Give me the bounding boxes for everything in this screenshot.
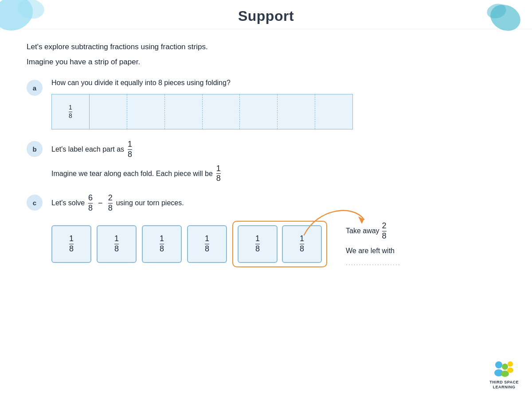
tsl-logo-text-line1: THIRD SPACE (489, 380, 519, 385)
arrow-svg (300, 200, 371, 239)
page-header: Support (0, 0, 532, 29)
strip-cell-3 (127, 94, 165, 129)
part-b-text2: Imagine we tear along each fold. Each pi… (51, 164, 505, 184)
strip-cell-4 (165, 94, 203, 129)
part-b-text1: Let's label each part as 1 8 (51, 140, 505, 159)
part-c-text: Let's solve 6 8 − 2 8 using our torn pie… (51, 194, 505, 213)
tsl-logo-text-line2: LEARNING (493, 385, 516, 390)
part-b-text2-prefix: Imagine we tear along each fold. Each pi… (51, 170, 213, 178)
question-c-content: Let's solve 6 8 − 2 8 using our torn pie… (51, 194, 505, 267)
strip-fraction-denom: 8 (69, 112, 72, 119)
piece-frac-2: 1 8 (114, 235, 119, 254)
main-content: Let's explore subtracting fractions usin… (0, 29, 532, 287)
part-b-fraction2: 1 8 (216, 164, 221, 184)
strip-cell-8 (315, 94, 352, 129)
dotted-answer: ..................... (346, 259, 401, 266)
piece-frac-3: 1 8 (160, 235, 164, 254)
piece-card-5: 1 8 (238, 225, 278, 263)
question-a-content: How can you divide it equally into 8 pie… (51, 79, 505, 129)
question-b-content: Let's label each part as 1 8 Imagine we … (51, 140, 505, 183)
svg-point-5 (495, 361, 502, 368)
question-b-row: b Let's label each part as 1 8 Imagine w… (27, 140, 505, 183)
intro-text: Let's explore subtracting fractions usin… (27, 43, 505, 51)
piece-card-2: 1 8 (97, 225, 137, 263)
part-c-fraction1: 6 8 (88, 194, 93, 213)
strip-cell-5 (203, 94, 240, 129)
question-a-text: How can you divide it equally into 8 pie… (51, 79, 505, 87)
tsl-logo: THIRD SPACE LEARNING (489, 360, 519, 390)
strip-fraction-numer: 1 (69, 104, 72, 112)
takeaway-fraction: 2 8 (382, 222, 387, 241)
strip-cell-6 (240, 94, 278, 129)
tsl-logo-icon (491, 360, 517, 378)
page-title: Support (238, 8, 294, 24)
imagine-text: Imagine you have a strip of paper. (27, 58, 505, 66)
strip-cell-2 (90, 94, 127, 129)
question-b-label: b (27, 141, 43, 157)
strip-cell-7 (278, 94, 315, 129)
question-c-label: c (27, 195, 43, 211)
left-with-text: We are left with (346, 247, 401, 255)
piece-frac-5: 1 8 (255, 235, 260, 254)
svg-marker-4 (358, 216, 364, 224)
svg-point-7 (508, 361, 513, 367)
part-b-fraction1: 1 8 (128, 140, 132, 159)
minus-sign: − (98, 199, 103, 208)
piece-card-4: 1 8 (187, 225, 227, 263)
pieces-grouped: 1 8 1 8 (232, 221, 327, 267)
piece-card-3: 1 8 (142, 225, 182, 263)
strip-cell-1: 1 8 (52, 94, 90, 129)
question-a-label: a (27, 80, 43, 96)
piece-card-1: 1 8 (51, 225, 91, 263)
strip-fraction: 1 8 (69, 104, 72, 119)
part-c-suffix: using our torn pieces. (116, 199, 184, 207)
svg-point-6 (502, 364, 508, 370)
svg-point-10 (507, 368, 513, 373)
piece-frac-4: 1 8 (205, 235, 209, 254)
part-b-text1-prefix: Let's label each part as (51, 145, 124, 153)
piece-frac-1: 1 8 (69, 235, 74, 254)
fraction-strip: 1 8 (51, 94, 353, 129)
question-a-row: a How can you divide it equally into 8 p… (27, 79, 505, 129)
part-c-fraction2: 2 8 (108, 194, 113, 213)
part-c-prefix: Let's solve (51, 199, 85, 207)
deco-blob-right (483, 2, 523, 33)
question-c-row: c Let's solve 6 8 − 2 8 using our torn p… (27, 194, 505, 267)
deco-blob-left (0, 0, 49, 33)
pieces-row: 1 8 1 8 1 8 (51, 221, 505, 267)
